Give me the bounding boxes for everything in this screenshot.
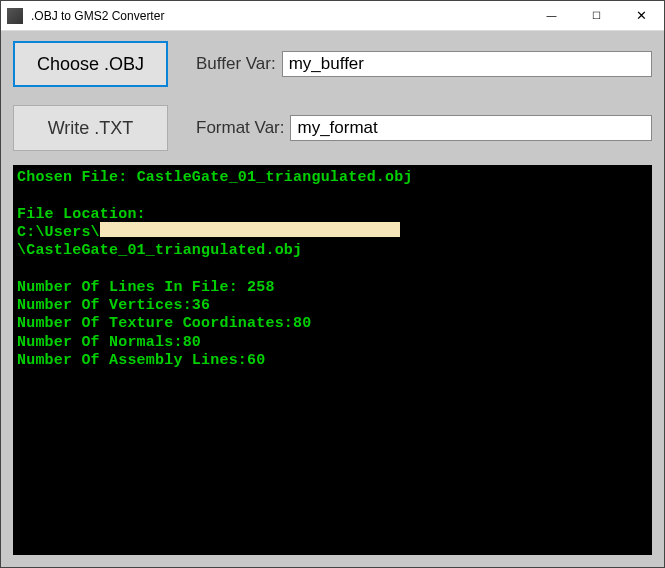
- redacted-path-segment: [100, 222, 400, 237]
- format-var-row: Format Var:: [196, 115, 652, 141]
- maximize-button[interactable]: ☐: [574, 1, 619, 30]
- console-file-location-label: File Location:: [17, 206, 146, 223]
- console-tex-label: Number Of Texture Coordinates:: [17, 315, 293, 332]
- controls-grid: Choose .OBJ Buffer Var: Write .TXT Forma…: [13, 41, 652, 151]
- console-assembly: 60: [247, 352, 265, 369]
- close-button[interactable]: ✕: [619, 1, 664, 30]
- console-verts-label: Number Of Vertices:: [17, 297, 192, 314]
- write-txt-button[interactable]: Write .TXT: [13, 105, 168, 151]
- client-area: Choose .OBJ Buffer Var: Write .TXT Forma…: [1, 31, 664, 567]
- console-output: Chosen File: CastleGate_01_triangulated.…: [13, 165, 652, 555]
- console-normals-label: Number Of Normals:: [17, 334, 183, 351]
- titlebar: .OBJ to GMS2 Converter — ☐ ✕: [1, 1, 664, 31]
- buffer-var-input[interactable]: [282, 51, 652, 77]
- console-lines: 258: [247, 279, 275, 296]
- choose-obj-button[interactable]: Choose .OBJ: [13, 41, 168, 87]
- console-chosen-file-label: Chosen File:: [17, 169, 127, 186]
- app-window: .OBJ to GMS2 Converter — ☐ ✕ Choose .OBJ…: [0, 0, 665, 568]
- console-normals: 80: [183, 334, 201, 351]
- console-path-prefix: C:\Users\: [17, 224, 100, 241]
- console-lines-label: Number Of Lines In File:: [17, 279, 238, 296]
- console-verts: 36: [192, 297, 210, 314]
- window-title: .OBJ to GMS2 Converter: [31, 9, 529, 23]
- app-icon: [7, 8, 23, 24]
- console-path-suffix: \CastleGate_01_triangulated.obj: [17, 242, 302, 259]
- buffer-var-label: Buffer Var:: [196, 54, 276, 74]
- format-var-label: Format Var:: [196, 118, 284, 138]
- console-assembly-label: Number Of Assembly Lines:: [17, 352, 247, 369]
- format-var-input[interactable]: [290, 115, 652, 141]
- minimize-button[interactable]: —: [529, 1, 574, 30]
- console-tex: 80: [293, 315, 311, 332]
- buffer-var-row: Buffer Var:: [196, 51, 652, 77]
- console-chosen-file-name: CastleGate_01_triangulated.obj: [137, 169, 413, 186]
- window-controls: — ☐ ✕: [529, 1, 664, 30]
